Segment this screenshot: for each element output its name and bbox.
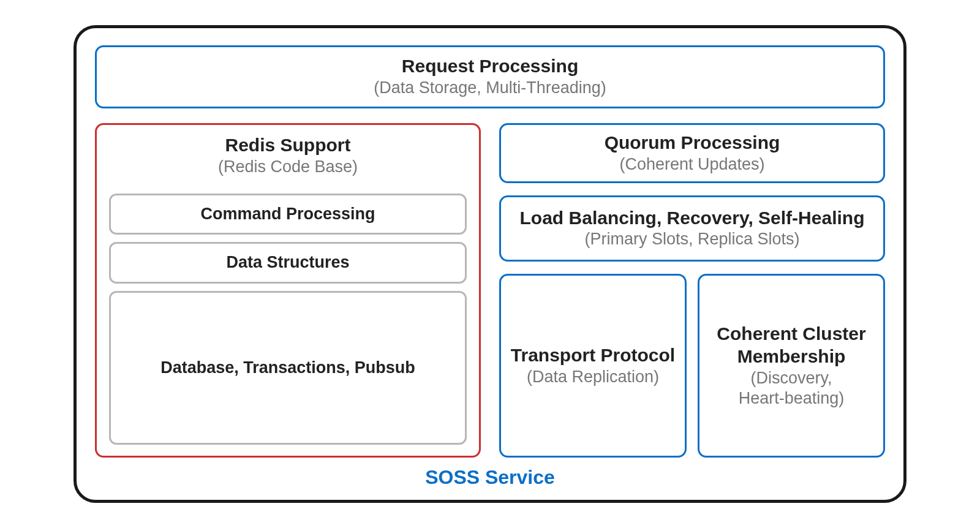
load-balancing-title: Load Balancing, Recovery, Self-Healing [508, 206, 876, 230]
membership-title: Coherent Cluster Membership [707, 322, 876, 368]
quorum-title: Quorum Processing [508, 131, 876, 154]
redis-item-label: Database, Transactions, Pubsub [160, 358, 415, 379]
quorum-processing-box: Quorum Processing (Coherent Updates) [499, 123, 885, 183]
soss-service-container: Request Processing (Data Storage, Multi-… [74, 25, 907, 503]
redis-item: Data Structures [109, 242, 467, 284]
transport-protocol-box: Transport Protocol (Data Replication) [499, 274, 687, 458]
redis-header: Redis Support (Redis Code Base) [109, 134, 467, 177]
soss-service-label: SOSS Service [95, 458, 885, 494]
request-processing-subtitle: (Data Storage, Multi-Threading) [103, 78, 877, 99]
right-column: Quorum Processing (Coherent Updates) Loa… [499, 123, 885, 458]
quorum-subtitle: (Coherent Updates) [508, 154, 876, 175]
redis-title: Redis Support [109, 134, 467, 157]
load-balancing-box: Load Balancing, Recovery, Self-Healing (… [499, 195, 885, 262]
request-processing-title: Request Processing [103, 55, 877, 78]
request-processing-box: Request Processing (Data Storage, Multi-… [95, 45, 885, 108]
left-column: Redis Support (Redis Code Base) Command … [95, 123, 481, 458]
load-balancing-subtitle: (Primary Slots, Replica Slots) [508, 229, 876, 250]
membership-subtitle-2: Heart-beating) [707, 388, 876, 409]
redis-item-label: Data Structures [117, 252, 459, 273]
transport-title: Transport Protocol [508, 344, 677, 367]
redis-item: Command Processing [109, 194, 467, 235]
membership-subtitle-1: (Discovery, [707, 368, 876, 389]
cluster-membership-box: Coherent Cluster Membership (Discovery, … [698, 274, 885, 458]
redis-item: Database, Transactions, Pubsub [109, 291, 467, 445]
bottom-row: Transport Protocol (Data Replication) Co… [499, 274, 885, 458]
columns: Redis Support (Redis Code Base) Command … [95, 123, 885, 458]
transport-subtitle: (Data Replication) [508, 367, 677, 388]
redis-support-box: Redis Support (Redis Code Base) Command … [95, 123, 481, 458]
redis-subtitle: (Redis Code Base) [109, 157, 467, 178]
redis-item-label: Command Processing [117, 204, 459, 225]
